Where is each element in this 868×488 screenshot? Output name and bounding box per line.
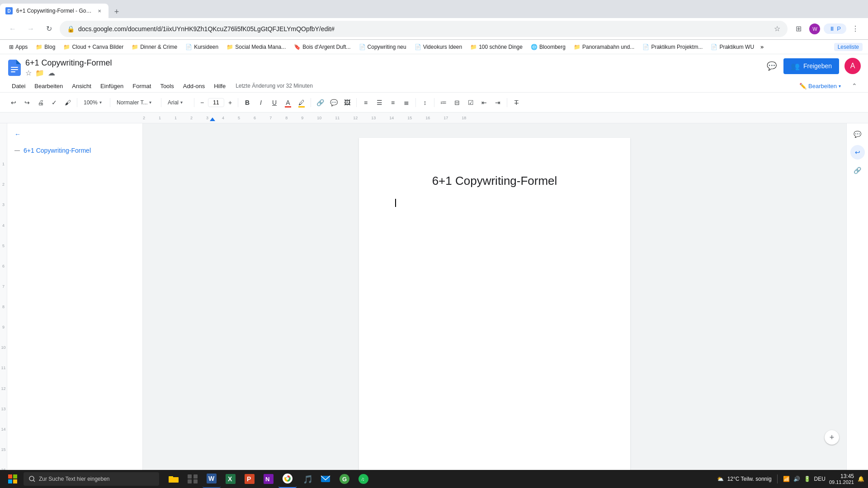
- reload-button[interactable]: ↻: [42, 22, 56, 36]
- taskbar-mail[interactable]: [316, 470, 335, 488]
- style-dropdown[interactable]: Normaler T... ▾: [113, 98, 158, 108]
- taskbar-file-explorer[interactable]: [165, 470, 183, 488]
- share-button[interactable]: 👥 Freigeben: [783, 58, 839, 74]
- link-button[interactable]: 🔗: [314, 96, 326, 109]
- paint-format-button[interactable]: 🖌: [61, 96, 74, 109]
- doc-content-area[interactable]: [395, 199, 594, 207]
- add-float-button[interactable]: +: [825, 430, 839, 445]
- align-right-button[interactable]: ≡: [387, 96, 399, 109]
- taskbar-audio[interactable]: 🎵: [297, 470, 316, 488]
- new-tab-button[interactable]: +: [110, 5, 123, 18]
- spellcheck-button[interactable]: ✓: [48, 96, 61, 109]
- bookmark-praktikum2[interactable]: 📄 Praktikum WU: [707, 43, 758, 51]
- menu-addons[interactable]: Add-ons: [179, 80, 209, 92]
- notification-icon[interactable]: 🔔: [858, 476, 864, 482]
- underline-button[interactable]: U: [268, 96, 281, 109]
- bookmark-bois[interactable]: 🔖 Bois d'Argent Duft...: [290, 43, 354, 51]
- pause-button[interactable]: ⏸ P: [824, 23, 846, 34]
- zoom-dropdown[interactable]: 100% ▾: [80, 98, 107, 108]
- font-size-increase-button[interactable]: +: [225, 96, 235, 109]
- divider-7: [356, 98, 357, 107]
- bookmark-100[interactable]: 📁 100 schöne Dinge: [467, 43, 526, 51]
- menu-tools[interactable]: Tools: [156, 80, 178, 92]
- print-button[interactable]: 🖨: [34, 96, 47, 109]
- redo-button[interactable]: ↪: [21, 96, 33, 109]
- list-numbered-button[interactable]: ≔: [437, 96, 450, 109]
- taskbar-search-box[interactable]: Zur Suche Text hier eingeben: [24, 472, 159, 486]
- menu-hilfe[interactable]: Hilfe: [209, 80, 230, 92]
- taskbar-word[interactable]: W: [203, 470, 221, 488]
- taskbar-excel[interactable]: X: [222, 470, 240, 488]
- folder-icon[interactable]: 📁: [35, 69, 44, 77]
- image-button[interactable]: 🖼: [341, 96, 354, 109]
- right-panel-comments-button[interactable]: 💬: [850, 127, 865, 141]
- star-icon[interactable]: ☆: [25, 69, 32, 77]
- divider-1: [77, 98, 77, 107]
- bookmark-bloomberg[interactable]: 🌐 Bloomberg: [527, 43, 569, 51]
- sidebar-outline-item[interactable]: — 6+1 Copywriting-Formel: [14, 145, 135, 156]
- menu-format[interactable]: Format: [128, 80, 156, 92]
- edit-mode-button[interactable]: ✏️ Bearbeiten ▾: [796, 81, 844, 91]
- doc-area[interactable]: 6+1 Copywriting-Formel +: [143, 123, 846, 488]
- extensions-button[interactable]: ⊞: [791, 22, 806, 36]
- align-center-button[interactable]: ☰: [373, 96, 386, 109]
- highlight-color-button[interactable]: 🖊: [295, 96, 308, 109]
- menu-ansicht[interactable]: Ansicht: [67, 80, 96, 92]
- taskbar-green-app[interactable]: G: [335, 470, 354, 488]
- close-tab-button[interactable]: ✕: [96, 7, 103, 14]
- menu-datei[interactable]: Datei: [7, 80, 30, 92]
- bookmark-kursideen[interactable]: 📄 Kursideen: [182, 43, 222, 51]
- doc-page[interactable]: 6+1 Copywriting-Formel: [359, 138, 630, 488]
- right-panel-links-button[interactable]: 🔗: [850, 163, 865, 178]
- clear-formatting-button[interactable]: T̶: [510, 96, 523, 109]
- user-avatar[interactable]: A: [844, 58, 861, 74]
- start-button[interactable]: [4, 470, 22, 488]
- align-left-button[interactable]: ≡: [359, 96, 372, 109]
- taskbar-onenote[interactable]: N: [259, 470, 278, 488]
- checklist-button[interactable]: ☑: [464, 96, 477, 109]
- bookmark-panorama[interactable]: 📁 Panoramabahn und...: [570, 43, 638, 51]
- font-dropdown[interactable]: Arial ▾: [164, 98, 191, 108]
- reading-mode-button[interactable]: Leseliste: [834, 43, 863, 51]
- font-size-decrease-button[interactable]: −: [197, 96, 207, 109]
- indent-decrease-button[interactable]: ⇤: [478, 96, 491, 109]
- italic-button[interactable]: I: [255, 96, 267, 109]
- bookmark-apps[interactable]: ⊞ Apps: [5, 43, 31, 51]
- bold-button[interactable]: B: [241, 96, 254, 109]
- sidebar-back-button[interactable]: ←: [14, 131, 135, 138]
- more-bookmarks-button[interactable]: »: [760, 43, 764, 50]
- bookmark-star-icon[interactable]: ☆: [774, 24, 780, 33]
- menu-bearbeiten[interactable]: Bearbeiten: [30, 80, 67, 92]
- indent-increase-button[interactable]: ⇥: [491, 96, 504, 109]
- undo-button[interactable]: ↩: [7, 96, 20, 109]
- taskbar-powerpoint[interactable]: P: [241, 470, 259, 488]
- taskbar-task-view[interactable]: [184, 470, 202, 488]
- url-bar[interactable]: 🔒 docs.google.com/document/d/1iixUYnHK9Z…: [60, 21, 788, 37]
- right-panel-history-button[interactable]: ↩: [850, 145, 865, 160]
- taskbar-chrome[interactable]: [278, 470, 297, 488]
- bookmark-social[interactable]: 📁 Social Media Mana...: [223, 43, 289, 51]
- active-tab[interactable]: D 6+1 Copywriting-Formel - Goo... ✕: [0, 4, 108, 18]
- taskbar-spotify[interactable]: ♫: [354, 470, 373, 488]
- text-color-button[interactable]: A: [282, 96, 294, 109]
- bookmark-copywriting[interactable]: 📄 Copywriting neu: [355, 43, 410, 51]
- comment-toolbar-button[interactable]: 💬: [327, 96, 340, 109]
- bookmark-blog[interactable]: 📁 Blog: [32, 43, 59, 51]
- back-button[interactable]: ←: [5, 22, 20, 36]
- bookmark-dinner[interactable]: 📁 Dinner & Crime: [128, 43, 181, 51]
- more-options-button[interactable]: ⋮: [848, 22, 863, 36]
- expand-header-button[interactable]: A: [844, 58, 861, 74]
- bookmark-praktikum1[interactable]: 📄 Praktikum Projektm...: [639, 43, 706, 51]
- bookmark-canva[interactable]: 📁 Cloud + Canva Bilder: [60, 43, 127, 51]
- comment-button[interactable]: 💬: [764, 58, 780, 74]
- cloud-icon[interactable]: ☁: [48, 69, 55, 77]
- doc-title-header[interactable]: 6+1 Copywriting-Formel: [25, 58, 760, 68]
- list-bullet-button[interactable]: ⊟: [451, 96, 463, 109]
- chevron-up-icon[interactable]: ⌃: [848, 80, 861, 92]
- line-spacing-button[interactable]: ↕: [419, 96, 431, 109]
- font-size-input[interactable]: [208, 98, 224, 107]
- justify-button[interactable]: ≣: [400, 96, 413, 109]
- bookmark-videokurs[interactable]: 📄 Videokurs Ideen: [411, 43, 466, 51]
- menu-einfuegen[interactable]: Einfügen: [96, 80, 128, 92]
- profile-button[interactable]: W: [807, 22, 822, 36]
